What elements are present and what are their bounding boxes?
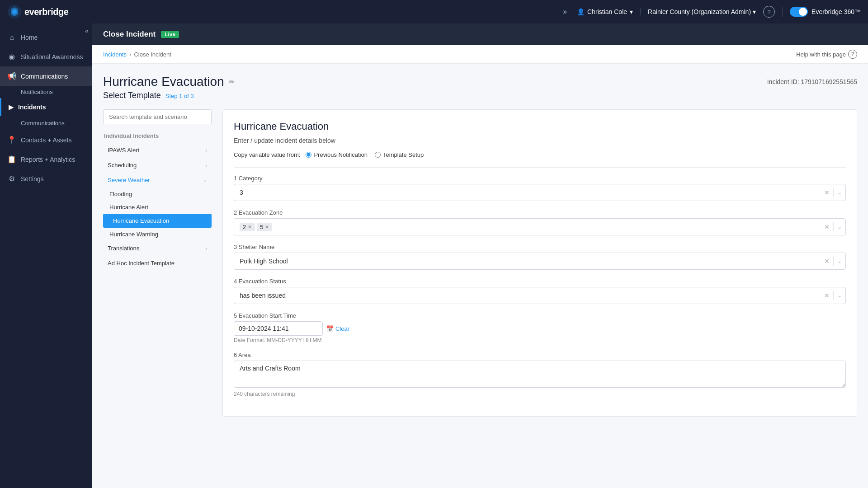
incident-title: Hurricane Evacuation ✏ [103,75,235,89]
radio-template-setup-input[interactable] [375,152,381,158]
evacuation-zone-input-wrapper: 2 ✕ 5 ✕ ✕ ⌄ [234,218,846,235]
user-dropdown-icon: ▾ [630,8,633,15]
shelter-name-chevron-icon[interactable]: ⌄ [833,257,842,266]
radio-previous-notification[interactable]: Previous Notification [306,151,368,158]
tag-2-remove[interactable]: ✕ [248,224,252,230]
situational-awareness-icon: ◉ [7,52,16,61]
evacuation-start-time-label: 5 Evacuation Start Time [234,312,846,319]
field-evacuation-zone: 2 Evacuation Zone 2 ✕ 5 ✕ ✕ [234,209,846,235]
incident-id-label: Incident ID: [767,78,799,85]
sidebar-item-situational-awareness[interactable]: ◉ Situational Awareness [0,47,92,66]
two-column-layout: Individual Incidents IPAWS Alert › Sched… [103,109,857,417]
incident-title-text: Hurricane Evacuation [103,75,224,89]
sidebar-item-settings[interactable]: ⚙ Settings [0,169,92,188]
sidebar-communications-label: Communications [21,73,68,80]
translations-chevron: › [205,246,207,251]
communications-icon: 📢 [7,72,16,80]
category-label: 1 Category [234,175,846,182]
user-menu[interactable]: 👤 Christian Cole ▾ [577,8,633,15]
tag-5: 5 ✕ [257,223,272,231]
sidebar-item-communications-sub[interactable]: Communications [0,116,92,130]
contacts-icon: 📍 [7,136,16,144]
evacuation-zone-chevron-icon[interactable]: ⌄ [833,222,842,231]
rp-divider [234,167,846,168]
tree-item-hurricane-alert[interactable]: Hurricane Alert [103,201,212,214]
severe-weather-chevron: ⌄ [203,177,207,183]
evacuation-status-input[interactable] [238,289,822,302]
content-scroll: Hurricane Evacuation ✏ Incident ID: 1791… [92,64,868,488]
edit-icon[interactable]: ✏ [229,78,235,86]
right-panel: Hurricane Evacuation Enter / update inci… [222,109,857,417]
shelter-name-input[interactable] [238,255,822,267]
search-input[interactable] [103,109,212,124]
evacuation-zone-clear-button[interactable]: ✕ [822,223,831,230]
tag-2: 2 ✕ [240,223,255,231]
radio-template-setup[interactable]: Template Setup [375,151,424,158]
shelter-name-label: 3 Shelter Name [234,244,846,250]
org-dropdown-icon: ▾ [753,8,756,15]
sidebar-item-incidents[interactable]: ▶ Incidents [0,98,92,116]
main-content: Close Incident Live Incidents › Close In… [92,23,868,488]
logo-text: everbridge [24,7,68,17]
user-icon: 👤 [577,8,585,15]
tree-item-ad-hoc[interactable]: Ad Hoc Incident Template [103,256,212,271]
tree-item-hurricane-evacuation[interactable]: Hurricane Evacuation [103,214,212,228]
tree-item-hurricane-warning[interactable]: Hurricane Warning [103,228,212,241]
tree-section-label: Individual Incidents [103,132,212,139]
category-chevron-icon[interactable]: ⌄ [833,188,842,197]
evacuation-zone-label: 2 Evacuation Zone [234,209,846,216]
radio-previous-notification-input[interactable] [306,152,311,158]
ad-hoc-label: Ad Hoc Incident Template [108,260,175,267]
evacuation-status-chevron-icon[interactable]: ⌄ [833,291,842,300]
logo[interactable]: everbridge [7,5,68,19]
tree-item-flooding[interactable]: Flooding [103,188,212,201]
help-link[interactable]: Help with this page ? [796,50,857,59]
page-header-bar: Close Incident Live [92,23,868,45]
settings-icon: ⚙ [7,174,16,183]
calendar-icon: 📅 [326,325,334,332]
area-textarea[interactable]: Arts and Crafts Room [234,361,846,388]
sidebar-item-contacts-assets[interactable]: 📍 Contacts + Assets [0,130,92,150]
tag-5-remove[interactable]: ✕ [265,224,269,230]
left-panel: Individual Incidents IPAWS Alert › Sched… [103,109,212,271]
reports-icon: 📋 [7,155,16,164]
breadcrumb-parent-link[interactable]: Incidents [103,51,127,58]
copy-variable-row: Copy variable value from: Previous Notif… [234,151,846,158]
shelter-name-clear-button[interactable]: ✕ [822,258,831,265]
evacuation-status-label: 4 Evacuation Status [234,278,846,285]
rp-title: Hurricane Evacuation [234,121,846,132]
evacuation-status-input-wrapper: ✕ ⌄ [234,287,846,304]
tags-wrapper: 2 ✕ 5 ✕ [238,221,822,234]
date-clear-label: Clear [335,325,349,332]
sidebar-collapse-button[interactable]: « [85,27,89,34]
field-shelter-name: 3 Shelter Name ✕ ⌄ [234,244,846,270]
sidebar-item-home[interactable]: ⌂ Home [0,28,92,47]
top-navigation: everbridge » 👤 Christian Cole ▾ Rainier … [0,0,868,23]
evacuation-start-time-input[interactable] [234,321,323,336]
live-badge: Live [161,31,179,38]
category-input[interactable] [238,186,822,199]
tree-item-scheduling[interactable]: Scheduling › [103,158,212,173]
area-char-count: 240 characters remaining [234,391,846,397]
sidebar-item-communications[interactable]: 📢 Communications [0,66,92,86]
sidebar-item-reports-analytics[interactable]: 📋 Reports + Analytics [0,150,92,169]
tree-item-translations[interactable]: Translations › [103,241,212,256]
toggle-switch[interactable] [790,7,808,17]
tree-item-ipaws-alert[interactable]: IPAWS Alert › [103,143,212,158]
date-clear-button[interactable]: 📅 Clear [326,325,349,332]
chevron-right-icon[interactable]: » [560,6,570,18]
top-nav-right: » 👤 Christian Cole ▾ Rainier County (Org… [560,6,861,18]
help-icon-circle[interactable]: ? [763,6,775,18]
evacuation-status-clear-button[interactable]: ✕ [822,292,831,299]
tree-item-severe-weather[interactable]: Severe Weather ⌄ [103,173,212,188]
category-clear-button[interactable]: ✕ [822,189,831,196]
org-menu[interactable]: Rainier County (Organization Admin) ▾ [640,8,756,15]
incident-title-row: Hurricane Evacuation ✏ Incident ID: 1791… [103,75,857,89]
severe-weather-label: Severe Weather [108,177,150,183]
incident-id-value: 1791071692551565 [801,78,857,85]
sidebar-item-notifications[interactable]: Notifications [0,86,92,98]
user-name: Christian Cole [587,8,627,15]
radio-template-setup-label: Template Setup [383,151,424,158]
toggle-section: Everbridge 360™ [782,7,861,17]
sidebar-notifications-label: Notifications [21,89,53,95]
